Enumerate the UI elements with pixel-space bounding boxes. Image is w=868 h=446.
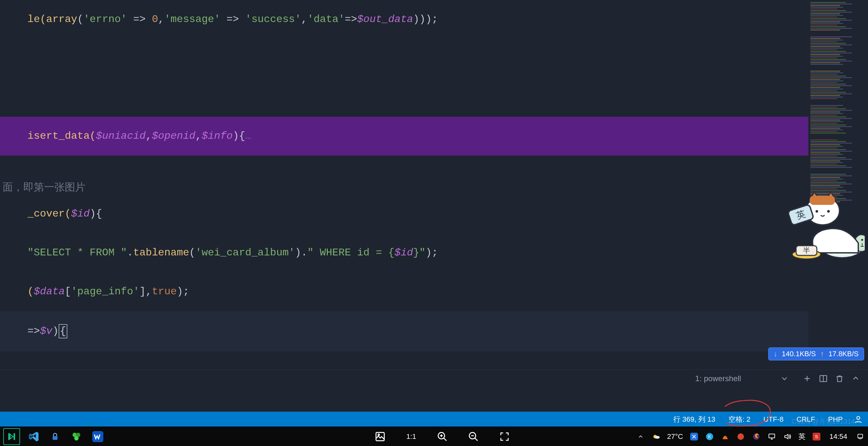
code-token: $id [71, 208, 90, 220]
minimap[interactable] [808, 0, 868, 369]
tray-app-red-icon[interactable] [736, 432, 745, 441]
highlighted-function-line: isert_data($uniacid,$openid,$info){… [0, 117, 868, 156]
code-token: ( [77, 13, 83, 25]
tray-ime[interactable]: 英 [798, 432, 805, 442]
code-token: $info [202, 130, 233, 142]
upload-arrow-icon: ↑ [820, 350, 824, 358]
code-token: , [195, 130, 202, 142]
tray-notification-icon[interactable] [856, 432, 865, 441]
code-token: , [158, 13, 164, 25]
fullscreen-icon[interactable] [497, 429, 512, 444]
code-token: ], [139, 286, 152, 298]
code-token: ){ [90, 208, 102, 220]
code-token: ) [53, 325, 59, 337]
code-token: " WHERE id = { [307, 247, 395, 259]
status-bar: 行 369, 列 13 空格: 2 UTF-8 CRLF PHP [0, 412, 868, 427]
status-indentation[interactable]: 空格: 2 [726, 415, 752, 424]
download-speed: 140.1KB/S [782, 350, 816, 358]
network-speed-badge: ↓ 140.1KB/S ↑ 17.8KB/S [768, 348, 864, 360]
magnifier-minus-icon[interactable] [466, 429, 480, 444]
terminal-selector[interactable]: 1: powershell [689, 372, 796, 385]
svg-point-11 [857, 417, 860, 419]
code-token: $id [395, 247, 413, 259]
taskbar-app-wps[interactable] [90, 429, 105, 444]
code-token: $out_data [357, 13, 413, 25]
split-terminal-icon[interactable] [819, 374, 828, 383]
code-token: ); [177, 286, 189, 298]
code-token: ))); [413, 13, 438, 25]
svg-text:S: S [815, 434, 818, 439]
svg-point-18 [378, 434, 379, 435]
upload-speed: 17.8KB/S [829, 350, 859, 358]
tray-firefox-icon[interactable] [752, 432, 761, 441]
taskbar-center-tools: 1:1 [373, 427, 512, 446]
code-token: 'data' [307, 13, 345, 25]
tray-weather-icon[interactable] [652, 432, 661, 441]
code-token: 'message' [164, 13, 220, 25]
code-token: isert_data( [28, 130, 96, 142]
code-token: tablename [133, 247, 189, 259]
start-button[interactable] [3, 428, 20, 445]
feedback-icon[interactable] [854, 415, 863, 424]
code-token: ( [28, 286, 34, 298]
code-token: . [127, 247, 133, 259]
taskbar-app-green[interactable] [69, 429, 84, 444]
svg-point-15 [74, 436, 79, 441]
code-token: => [220, 13, 245, 25]
code-token: $v [40, 325, 52, 337]
taskbar-app-vscode[interactable] [26, 429, 41, 444]
cursor-line: =>$v){ [0, 311, 868, 351]
watermark: CSDN @月亮201314 [792, 417, 855, 426]
download-arrow-icon: ↓ [774, 350, 777, 358]
code-token: "SELECT * FROM " [28, 247, 127, 259]
code-token: _cover( [28, 208, 71, 220]
panel: 1: powershell [0, 369, 868, 393]
code-token: ); [426, 247, 438, 259]
tray-temp[interactable]: 27°C [667, 433, 683, 441]
tray-sogou-icon[interactable]: S [812, 432, 821, 441]
code-token: => [127, 13, 152, 25]
windows-taskbar[interactable]: 1:1 27°C K 英 S 14:54 [0, 426, 868, 446]
code-token: [ [65, 286, 71, 298]
code-token: 0 [152, 13, 158, 25]
cursor-box: { [59, 324, 67, 338]
status-cursor-position[interactable]: 行 369, 列 13 [672, 415, 717, 424]
svg-text:K: K [708, 434, 711, 439]
code-token: => [345, 13, 357, 25]
code-token: $uniacid [96, 130, 146, 142]
code-token: , [146, 130, 152, 142]
code-token: ){ [233, 130, 245, 142]
svg-rect-28 [769, 434, 775, 438]
zoom-ratio-button[interactable]: 1:1 [404, 429, 418, 444]
chevron-down-icon [780, 374, 789, 383]
tray-clock[interactable]: 14:54 [830, 433, 847, 441]
status-encoding[interactable]: UTF-8 [762, 415, 785, 424]
tray-volume-icon[interactable] [783, 432, 792, 441]
code-token: $openid [152, 130, 195, 142]
code-token: }" [413, 247, 425, 259]
code-editor[interactable]: le(array('errno' => 0,'message' => 'succ… [0, 0, 868, 369]
code-token: 'wei_card_album' [195, 247, 295, 259]
code-comment: 面，即第一张图片 [3, 182, 86, 194]
taskbar-app-lock[interactable] [47, 429, 63, 444]
code-token: ( [189, 247, 195, 259]
code-token: array [46, 13, 77, 25]
tray-chevron-up-icon[interactable] [636, 432, 645, 441]
code-token: , [301, 13, 307, 25]
tray-app-k-icon[interactable]: K [705, 432, 714, 441]
tray-monitor-icon[interactable] [767, 432, 776, 441]
code-token: 'success' [245, 13, 301, 25]
magnifier-plus-icon[interactable] [435, 429, 450, 444]
svg-rect-12 [53, 436, 58, 440]
svg-point-22 [655, 436, 659, 439]
tray-app-orange-icon[interactable] [721, 432, 730, 441]
fold-ellipsis[interactable]: … [245, 130, 251, 142]
screenshot-tool-icon[interactable] [373, 429, 388, 444]
tray-app-blue-icon[interactable] [689, 432, 699, 441]
code-token: $data [34, 286, 65, 298]
kill-terminal-icon[interactable] [835, 374, 844, 383]
maximize-panel-icon[interactable] [851, 374, 860, 383]
code-token: ). [295, 247, 307, 259]
svg-point-26 [738, 434, 744, 440]
new-terminal-icon[interactable] [803, 374, 812, 383]
